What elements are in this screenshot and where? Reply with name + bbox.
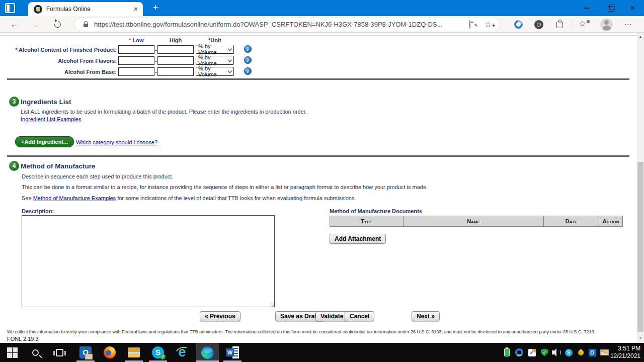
label-alcohol-base: Alcohol From Base:	[0, 69, 117, 75]
url-bar[interactable]: https://test.ttbonline.gov/formulasonlin…	[74, 18, 500, 31]
extensions-puzzle-icon[interactable]	[556, 22, 563, 28]
info-icon-flavors[interactable]: i	[244, 56, 252, 64]
next-button[interactable]: Next »	[412, 311, 440, 321]
add-attachment-button[interactable]: Add Attachment	[330, 234, 386, 244]
vertical-scrollbar[interactable]: ▲ ▼	[637, 33, 644, 343]
section-divider	[7, 155, 629, 157]
tray-todo[interactable]: ✓	[526, 343, 538, 362]
label-alcohol-flavors: Alcohol From Flavors:	[0, 58, 117, 64]
input-finished-high[interactable]	[157, 45, 194, 54]
tray-volume[interactable]	[550, 343, 563, 362]
taskbar-clock[interactable]: 3:51 PM 12/21/2021	[603, 345, 640, 360]
privacy-notice: We collect this information to verify yo…	[7, 329, 601, 334]
zoom-out-icon[interactable]	[469, 20, 470, 29]
input-flavors-low[interactable]	[118, 56, 154, 65]
unit-select-flavors[interactable]: % by Volume	[196, 56, 234, 65]
refresh-button[interactable]	[53, 20, 62, 29]
unit-select-finished[interactable]: % by Volume	[196, 45, 234, 54]
taskbar-edge-active[interactable]	[196, 343, 219, 362]
doc-col-name: Name	[404, 216, 544, 227]
top-divider	[0, 35, 637, 36]
window-restore-button[interactable]	[598, 0, 621, 16]
tray-sync[interactable]	[513, 343, 525, 362]
input-base-low[interactable]	[118, 67, 154, 76]
browser-titlebar: Formulas Online × + ×	[0, 0, 644, 16]
description-label: Description:	[22, 208, 54, 214]
description-textarea[interactable]	[22, 215, 275, 307]
task-view-icon	[56, 349, 63, 356]
chevron-down-icon	[228, 68, 232, 72]
cancel-button[interactable]: Cancel	[345, 311, 374, 321]
add-ingredient-button[interactable]: +Add Ingredient...	[15, 136, 74, 147]
skype-status-icon: ✓	[160, 354, 166, 359]
firefox-icon	[104, 346, 116, 358]
tray-defender[interactable]: ✓	[538, 343, 550, 362]
tray-skype[interactable]: S	[562, 343, 575, 362]
page-content: * Low High *Unit * Alcohol Content of Fi…	[0, 33, 644, 343]
section-divider	[7, 78, 629, 80]
extension-swirl-icon[interactable]	[513, 19, 525, 31]
extension-detective-icon[interactable]	[534, 20, 543, 29]
chevron-down-icon	[228, 46, 232, 50]
favorites-hub-icon[interactable]: ☆	[579, 19, 586, 29]
doc-col-type: Type	[330, 216, 404, 227]
tray-flame[interactable]	[575, 343, 587, 362]
taskbar-firefox[interactable]	[98, 343, 122, 362]
back-button[interactable]: ←	[7, 16, 22, 33]
window-close-button[interactable]: ×	[621, 0, 644, 16]
method-examples-link[interactable]: Method of Manufacture Examples	[33, 195, 116, 201]
method-paragraph-2: This can be done in a format similar to …	[22, 184, 428, 190]
taskbar-outlook[interactable]: O	[73, 343, 98, 362]
which-category-link[interactable]: Which category should I choose?	[76, 139, 157, 145]
range-dash: -	[155, 58, 157, 64]
battery-icon	[504, 348, 510, 356]
taskbar-file-explorer[interactable]	[122, 343, 146, 362]
section-3-badge: 3	[9, 97, 19, 107]
settings-menu-icon[interactable]: …	[624, 18, 632, 27]
clock-time: 3:51 PM	[603, 345, 640, 352]
forward-button[interactable]: →	[28, 16, 43, 33]
start-button[interactable]	[1, 343, 23, 362]
scroll-up-icon[interactable]: ▲	[637, 34, 644, 41]
tab-title: Formulas Online	[46, 6, 134, 13]
input-flavors-high[interactable]	[157, 56, 194, 65]
unit-select-base[interactable]: % by Volume	[196, 67, 234, 76]
taskbar-word[interactable]: W	[220, 343, 245, 362]
ingredient-list-examples-link[interactable]: Ingredient List Examples	[21, 116, 81, 122]
info-icon-base[interactable]: i	[244, 67, 252, 75]
profile-avatar[interactable]	[600, 18, 613, 31]
section-4-title: Method of Manufacture	[21, 162, 96, 170]
taskbar-internet-explorer[interactable]: e	[170, 343, 194, 362]
taskbar-search-button[interactable]	[25, 343, 45, 362]
task-view-button[interactable]	[49, 343, 69, 362]
previous-button[interactable]: « Previous	[200, 311, 240, 321]
toolbar-divider	[573, 20, 573, 29]
url-text[interactable]: https://test.ttbonline.gov/formulasonlin…	[94, 21, 469, 28]
tab-close-icon[interactable]: ×	[134, 5, 138, 13]
flame-icon	[577, 348, 585, 356]
taskbar-skype[interactable]: S✓	[146, 343, 170, 362]
input-finished-low[interactable]	[118, 45, 154, 54]
tab-actions-menu-icon[interactable]	[5, 3, 15, 13]
ttb-favicon-icon	[34, 5, 42, 14]
add-favorite-icon[interactable]: ☆	[485, 20, 494, 29]
textarea-resize-grip[interactable]	[270, 302, 274, 307]
info-icon-finished[interactable]: i	[244, 45, 252, 53]
lock-icon[interactable]	[84, 24, 88, 27]
validate-button[interactable]: Validate	[315, 311, 348, 321]
new-tab-button[interactable]: +	[149, 1, 162, 14]
range-dash: -	[155, 69, 157, 75]
scroll-down-icon[interactable]: ▼	[637, 335, 644, 342]
scrollbar-thumb[interactable]	[637, 162, 643, 332]
method-paragraph-3: See Method of Manufacture Examples for s…	[22, 195, 356, 201]
input-base-high[interactable]	[157, 67, 194, 76]
clock-date: 12/21/2021	[603, 352, 640, 360]
windows-logo-icon	[7, 347, 18, 358]
tray-battery[interactable]	[501, 343, 513, 362]
file-explorer-icon	[128, 347, 140, 357]
window-minimize-button[interactable]	[575, 0, 598, 16]
tray-outlook[interactable]: O	[586, 343, 598, 362]
column-header-low: * Low	[118, 37, 154, 43]
browser-tab[interactable]: Formulas Online ×	[28, 2, 143, 16]
skype-tray-icon: S	[565, 349, 573, 356]
